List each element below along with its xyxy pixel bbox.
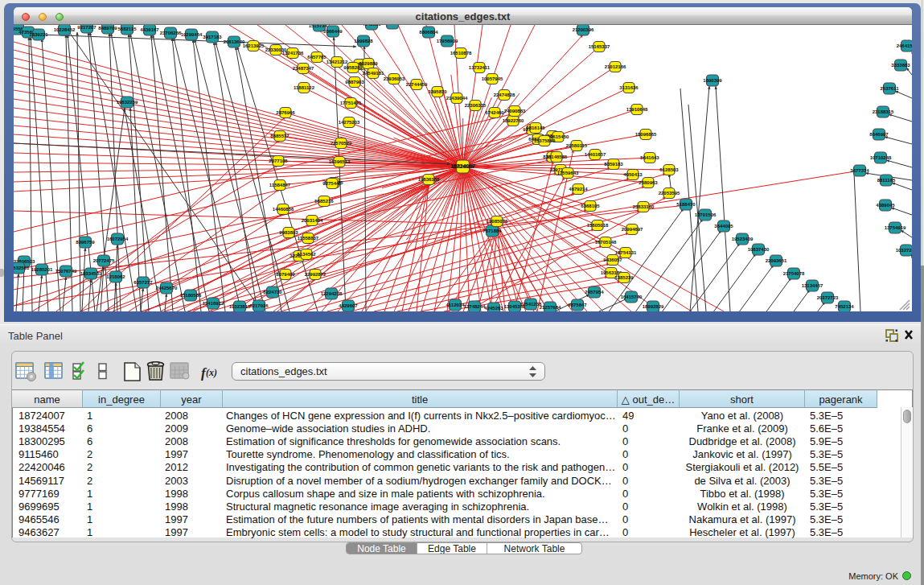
svg-text:22474828: 22474828 xyxy=(494,93,515,97)
svg-text:23487347: 23487347 xyxy=(293,66,314,71)
svg-text:13910648: 13910648 xyxy=(626,107,648,112)
svg-text:6357277: 6357277 xyxy=(133,280,153,285)
svg-text:8646997: 8646997 xyxy=(869,132,889,137)
svg-text:23833160: 23833160 xyxy=(633,204,655,209)
svg-text:11584847: 11584847 xyxy=(269,183,291,187)
svg-text:21257684: 21257684 xyxy=(540,305,561,310)
svg-text:4389045: 4389045 xyxy=(876,203,895,208)
svg-text:8806804: 8806804 xyxy=(419,30,438,35)
svg-text:4143890: 4143890 xyxy=(362,25,381,27)
svg-text:10228452: 10228452 xyxy=(54,27,76,32)
svg-text:13134457: 13134457 xyxy=(802,283,823,288)
svg-text:15375853: 15375853 xyxy=(534,138,556,143)
svg-text:1385239: 1385239 xyxy=(614,275,634,280)
svg-text:15076749: 15076749 xyxy=(55,269,77,274)
svg-text:12416912: 12416912 xyxy=(203,301,224,306)
svg-text:18922760: 18922760 xyxy=(503,118,524,123)
svg-text:16072954: 16072954 xyxy=(107,237,129,241)
svg-text:9958289: 9958289 xyxy=(343,65,363,70)
svg-text:6457765: 6457765 xyxy=(307,55,326,60)
svg-text:13241736: 13241736 xyxy=(282,51,304,56)
svg-text:14460856: 14460856 xyxy=(273,207,294,212)
svg-text:6742460: 6742460 xyxy=(485,110,504,115)
svg-text:17956909: 17956909 xyxy=(437,39,458,43)
svg-text:18096865: 18096865 xyxy=(635,132,657,137)
svg-text:16213925: 16213925 xyxy=(243,43,265,48)
svg-text:16396513: 16396513 xyxy=(329,159,351,164)
svg-text:15165337: 15165337 xyxy=(589,44,610,49)
svg-text:20372723: 20372723 xyxy=(817,295,839,300)
svg-text:14275203: 14275203 xyxy=(339,120,360,125)
svg-text:13732411: 13732411 xyxy=(469,65,491,70)
svg-text:22093651: 22093651 xyxy=(766,258,787,263)
svg-text:23188315: 23188315 xyxy=(873,109,894,114)
svg-text:8489709: 8489709 xyxy=(98,26,117,31)
svg-text:6128503: 6128503 xyxy=(659,167,679,172)
svg-text:20580115: 20580115 xyxy=(566,143,588,148)
svg-text:3395870: 3395870 xyxy=(428,89,447,94)
svg-text:24090883: 24090883 xyxy=(504,109,526,113)
svg-text:4429607: 4429607 xyxy=(339,303,358,308)
svg-text:9436057: 9436057 xyxy=(603,257,622,262)
svg-text:17559643: 17559643 xyxy=(557,171,579,175)
svg-text:9816145: 9816145 xyxy=(526,126,545,130)
svg-text:3333883: 3333883 xyxy=(891,63,910,68)
svg-text:4245263: 4245263 xyxy=(484,306,503,311)
svg-text:8224730: 8224730 xyxy=(263,290,282,295)
svg-text:2457954: 2457954 xyxy=(585,290,604,295)
svg-text:3677374: 3677374 xyxy=(850,168,869,173)
svg-text:5641643: 5641643 xyxy=(640,155,659,160)
svg-text:10837430: 10837430 xyxy=(748,247,770,252)
svg-text:13805018: 13805018 xyxy=(587,223,609,228)
svg-text:24425670: 24425670 xyxy=(156,286,178,290)
svg-text:9887903: 9887903 xyxy=(345,80,364,84)
svg-text:3644095: 3644095 xyxy=(714,224,733,229)
svg-text:21012166: 21012166 xyxy=(605,64,626,69)
svg-text:15180586: 15180586 xyxy=(180,293,202,298)
svg-text:6217026: 6217026 xyxy=(249,303,269,308)
svg-text:2876966: 2876966 xyxy=(276,110,295,115)
svg-text:1890399: 1890399 xyxy=(703,78,722,83)
svg-text:1999828: 1999828 xyxy=(354,39,373,43)
svg-text:4050413: 4050413 xyxy=(623,172,643,177)
svg-text:9983893: 9983893 xyxy=(279,230,298,235)
svg-text:11881122: 11881122 xyxy=(294,85,315,90)
svg-text:8336273: 8336273 xyxy=(383,25,402,26)
svg-text:16415740: 16415740 xyxy=(621,295,643,299)
svg-text:22992872: 22992872 xyxy=(305,272,326,277)
svg-text:21439044: 21439044 xyxy=(446,96,468,101)
svg-text:10057945: 10057945 xyxy=(482,76,503,81)
svg-text:18724007: 18724007 xyxy=(450,163,475,169)
svg-text:19836388: 19836388 xyxy=(418,177,440,182)
svg-text:7452134: 7452134 xyxy=(835,304,854,309)
svg-text:12294238: 12294238 xyxy=(321,291,343,296)
svg-text:22306335: 22306335 xyxy=(465,103,487,108)
svg-text:2077105: 2077105 xyxy=(269,159,288,163)
svg-text:24641507: 24641507 xyxy=(897,43,912,48)
svg-text:19285201: 19285201 xyxy=(31,267,53,272)
svg-text:8396759: 8396759 xyxy=(76,240,95,245)
svg-text:8134562: 8134562 xyxy=(297,252,316,257)
svg-text:11558837: 11558837 xyxy=(298,236,319,241)
svg-text:16705148: 16705148 xyxy=(595,240,617,245)
svg-text:20994697: 20994697 xyxy=(622,227,643,232)
svg-text:1218062: 1218062 xyxy=(106,274,125,279)
svg-text:9217207: 9217207 xyxy=(77,25,97,30)
svg-text:21200396: 21200396 xyxy=(573,27,594,32)
svg-text:1839221: 1839221 xyxy=(29,32,48,37)
svg-text:23936053: 23936053 xyxy=(384,76,405,81)
svg-text:16510878: 16510878 xyxy=(450,51,472,56)
svg-text:10323815: 10323815 xyxy=(229,304,251,309)
svg-text:3131636: 3131636 xyxy=(619,85,639,90)
svg-text:9275445: 9275445 xyxy=(322,181,342,186)
svg-text:7671884: 7671884 xyxy=(483,229,502,233)
svg-text:13421212: 13421212 xyxy=(326,60,348,64)
svg-text:19085076: 19085076 xyxy=(487,219,508,224)
svg-text:10327246: 10327246 xyxy=(896,248,912,253)
svg-text:24549181: 24549181 xyxy=(363,71,384,76)
svg-text:2537611: 2537611 xyxy=(880,86,899,91)
svg-text:19523409: 19523409 xyxy=(732,237,754,241)
svg-text:9875847: 9875847 xyxy=(568,303,587,307)
svg-text:24532561: 24532561 xyxy=(14,266,30,270)
svg-text:19832259: 19832259 xyxy=(117,100,138,105)
